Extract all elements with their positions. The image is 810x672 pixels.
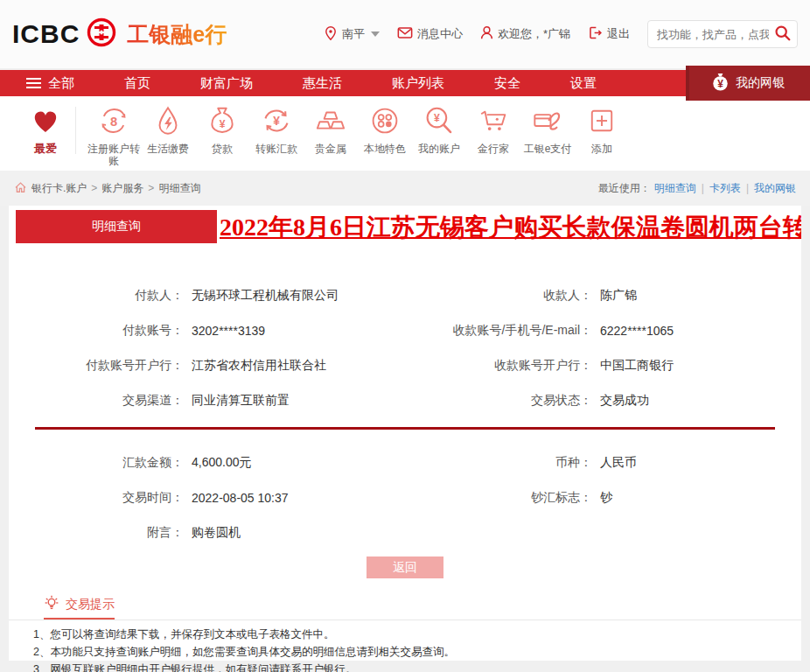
money-bag-icon: ¥ <box>711 72 730 94</box>
nav-item-label: 惠生活 <box>303 75 342 92</box>
quicklink-favorites[interactable]: 最爱 <box>21 104 70 155</box>
plus-icon <box>585 104 618 140</box>
search-icon[interactable] <box>774 24 792 45</box>
quicklink-label: 金行家 <box>478 143 509 155</box>
detail-fields-bottom: 汇款金额：4,600.00元 币种：人民币 交易时间：2022-08-05 10… <box>9 445 801 550</box>
annotation-text: 2022年8月6日江苏无锡客户购买长款保温卷圆机两台转账4600元 <box>217 210 801 243</box>
icbc-emblem-icon <box>86 17 117 52</box>
welcome-user[interactable]: 欢迎您，*广锦 <box>480 25 570 43</box>
svg-text:¥: ¥ <box>717 78 723 90</box>
postscript: 购卷圆机 <box>192 525 241 541</box>
payee-name: 陈广锦 <box>600 288 637 304</box>
svg-text:¥: ¥ <box>434 112 440 124</box>
logout-label: 退出 <box>607 26 630 42</box>
field-label: 收款账号/手机号/E-mail： <box>405 323 592 339</box>
payee-bank: 中国工商银行 <box>600 358 674 374</box>
divider: | <box>702 182 704 194</box>
quicklink-label: 我的账户 <box>418 143 460 155</box>
money-bag-yuan-icon: ¥ <box>206 104 239 140</box>
brand-text: 工银融e行 <box>127 20 227 49</box>
field-label: 收款账号开户行： <box>405 358 592 374</box>
recent-link-card-list[interactable]: 卡列表 <box>709 181 741 196</box>
icbc-logo-text: ICBC <box>12 19 80 49</box>
field-label: 附言： <box>9 525 184 541</box>
home-icon[interactable] <box>14 181 27 196</box>
nav-item-all[interactable]: 全部 <box>26 75 74 92</box>
breadcrumb: 银行卡.账户 > 账户服务 > 明细查询 <box>14 181 200 196</box>
detail-panel: 明细查询 2022年8月6日江苏无锡客户购买长款保温卷圆机两台转账4600元 付… <box>9 206 801 661</box>
quicklink-icbc-epay[interactable]: 工银e支付 <box>520 104 575 155</box>
svg-text:¥: ¥ <box>273 114 280 128</box>
field-row: 汇款金额：4,600.00元 币种：人民币 <box>9 445 801 480</box>
nav-item-settings[interactable]: 设置 <box>570 75 597 92</box>
heart-icon <box>29 104 62 140</box>
nav-item-label: 财富广场 <box>200 75 253 92</box>
transfer-arrows-yuan-icon: ¥ <box>260 104 293 140</box>
recent-link-my-ebank[interactable]: 我的网银 <box>754 181 796 196</box>
field-row: 付款人：无锡环球工程机械有限公司 收款人：陈广锦 <box>9 278 801 313</box>
logout-button[interactable]: 退出 <box>588 25 630 43</box>
field-row: 附言：购卷圆机 <box>9 515 801 550</box>
location-label: 南平 <box>342 26 365 42</box>
nav-item-label: 设置 <box>570 75 597 92</box>
search-input[interactable] <box>655 27 771 42</box>
quicklink-my-account[interactable]: ¥ 我的账户 <box>412 104 466 155</box>
nav-item-wealth[interactable]: 财富广场 <box>200 75 253 92</box>
quicklink-label: 生活缴费 <box>147 143 189 155</box>
nav-item-label: 账户列表 <box>392 75 444 92</box>
lightbulb-icon <box>44 595 59 613</box>
payer-account: 3202****3139 <box>192 324 265 338</box>
water-drop-bolt-icon <box>151 104 185 140</box>
field-row: 交易时间：2022-08-05 10:37 钞汇标志：钞 <box>9 480 801 515</box>
breadcrumb-item[interactable]: 银行卡.账户 <box>31 181 87 196</box>
register-transfer-icon: 8 <box>97 104 130 140</box>
quicklink-precious-metal[interactable]: 贵金属 <box>304 104 358 155</box>
field-label: 汇款金额： <box>9 455 184 471</box>
field-label: 钞汇标志： <box>405 490 592 506</box>
panel-title-row: 明细查询 2022年8月6日江苏无锡客户购买长款保温卷圆机两台转账4600元 <box>9 210 801 243</box>
quicklink-transfer-remit[interactable]: ¥ 转账汇款 <box>249 104 304 155</box>
nav-item-label: 首页 <box>124 75 150 92</box>
recent-link-detail-query[interactable]: 明细查询 <box>654 181 696 196</box>
my-ebank-label: 我的网银 <box>736 75 785 91</box>
chevron-down-icon <box>371 32 380 37</box>
nav-item-accounts[interactable]: 账户列表 <box>392 75 444 92</box>
message-center-link[interactable]: 消息中心 <box>397 26 463 42</box>
main-nav: 全部 首页 财富广场 惠生活 账户列表 安全 设置 ¥ 我的网银 <box>0 70 810 96</box>
quicklink-add[interactable]: 添加 <box>575 104 629 155</box>
nav-item-life[interactable]: 惠生活 <box>303 75 342 92</box>
quicklink-loan[interactable]: ¥ 贷款 <box>195 104 249 155</box>
quicklink-gold-expert[interactable]: 金行家 <box>466 104 520 155</box>
breadcrumb-separator: > <box>148 182 154 194</box>
nav-item-security[interactable]: 安全 <box>494 75 520 92</box>
shopping-cart-icon <box>477 104 510 140</box>
user-icon <box>480 25 493 43</box>
nav-item-home[interactable]: 首页 <box>124 75 150 92</box>
svg-text:8: 8 <box>110 115 117 129</box>
tips-list: 1、您可以将查询结果下载，并保存到文本或电子表格文件中。 2、本功能只支持查询账… <box>33 626 801 672</box>
quicklink-label: 转账汇款 <box>255 143 297 155</box>
quicklink-label: 贵金属 <box>315 143 346 155</box>
my-ebank-ribbon[interactable]: ¥ 我的网银 <box>686 66 810 101</box>
breadcrumb-item[interactable]: 明细查询 <box>158 181 200 196</box>
quicklink-register-transfer[interactable]: 8 注册账户转账 <box>87 104 141 167</box>
field-label: 交易状态： <box>405 393 592 409</box>
quicklink-label: 贷款 <box>212 143 233 155</box>
tip-item: 2、本功能只支持查询账户明细，如您需要查询具体交易的明细信息请到相关交易查询。 <box>33 644 801 661</box>
quicklink-local-feature[interactable]: 本地特色 <box>358 104 412 155</box>
detail-fields-top: 付款人：无锡环球工程机械有限公司 收款人：陈广锦 付款账号：3202****31… <box>9 278 801 418</box>
logo: ICBC 工银融e行 <box>12 17 227 52</box>
back-button[interactable]: 返回 <box>367 556 443 578</box>
breadcrumb-item[interactable]: 账户服务 <box>101 181 143 196</box>
gold-bars-icon <box>314 104 347 140</box>
search-box[interactable] <box>647 20 798 48</box>
top-header: ICBC 工银融e行 南平 <box>0 0 810 68</box>
cash-remit-flag: 钞 <box>600 490 612 506</box>
quicklink-life-payment[interactable]: 生活缴费 <box>141 104 195 155</box>
transaction-channel: 同业清算互联前置 <box>192 393 290 409</box>
tips-heading: 交易提示 <box>44 595 115 620</box>
location-selector[interactable]: 南平 <box>324 25 380 44</box>
field-label: 付款账号： <box>9 323 184 339</box>
field-row: 付款账号：3202****3139 收款账号/手机号/E-mail：6222**… <box>9 313 801 348</box>
tip-item: 1、您可以将查询结果下载，并保存到文本或电子表格文件中。 <box>33 626 801 643</box>
